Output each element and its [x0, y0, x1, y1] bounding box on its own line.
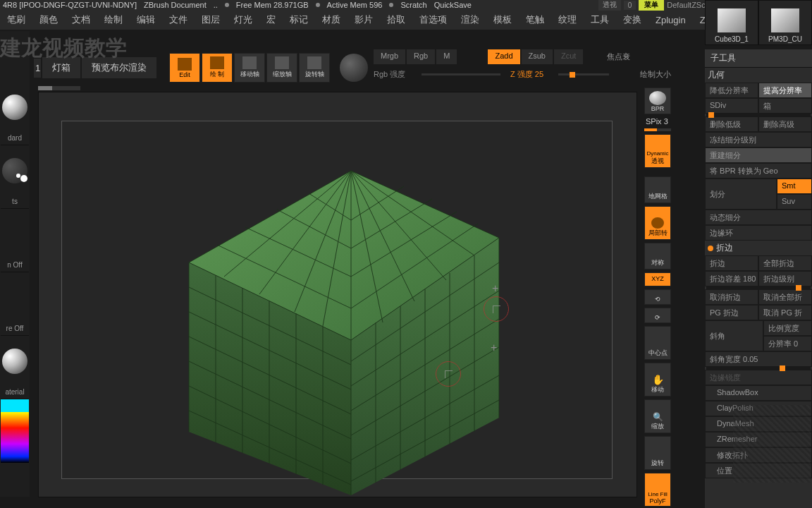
crease-all-button[interactable]: 全部折边 [758, 255, 812, 271]
brush-slot[interactable]: dard [1, 82, 29, 145]
polyframe-button[interactable]: Line FillPolyF [644, 473, 671, 507]
pg-crease-button[interactable]: PG 折边 [705, 305, 758, 320]
bevel-res-slider[interactable]: 分辨率 0 [763, 336, 812, 351]
rot-z-button[interactable]: ⟳ [644, 308, 671, 323]
bevel-bar[interactable] [706, 367, 811, 370]
panel-header[interactable]: 子工具 [705, 49, 812, 68]
spix-label[interactable]: SPix 3 [644, 117, 671, 126]
dynamic-button[interactable]: Dynamic透视 [644, 134, 671, 168]
crease-section[interactable]: 折边 [705, 241, 812, 255]
menu-item[interactable]: 绘制 [99, 11, 128, 29]
move-view-button[interactable]: ✋移动 [644, 363, 671, 397]
dynamic-subdiv-button[interactable]: 动态细分 [705, 210, 812, 225]
higher-res-button[interactable]: 提高分辨率 [758, 83, 812, 98]
z-int-label[interactable]: Z 强度 25 [510, 69, 553, 80]
bpr-button[interactable]: BPR [644, 87, 671, 114]
menu-item[interactable]: 材质 [316, 11, 346, 29]
zsub-button[interactable]: Zsub [522, 49, 553, 64]
menu-item[interactable]: 工具 [585, 11, 615, 29]
rotate-button[interactable]: 旋转轴 [299, 53, 330, 83]
material-slot[interactable]: aterial [1, 336, 29, 399]
color-picker[interactable] [1, 399, 29, 463]
subtool-thumb[interactable]: PM3D_CU [758, 0, 812, 45]
bevel-button[interactable]: 斜角 [705, 320, 763, 351]
divide-button[interactable]: 划分 [705, 179, 777, 210]
rot-y-button[interactable]: ⟲ [644, 289, 671, 305]
left-tray: dard ts n Off re Off aterial [0, 31, 30, 497]
doc-scroll[interactable] [38, 86, 80, 90]
quicksave[interactable]: QuickSave [434, 1, 472, 9]
smt-button[interactable]: Smt [777, 179, 812, 194]
rotate-view-button[interactable]: 旋转 [644, 436, 671, 470]
m-button[interactable]: M [436, 49, 457, 64]
subtool-thumb[interactable]: Cube3D_1 [705, 0, 758, 45]
del-higher-button[interactable]: 删除高级 [758, 116, 812, 132]
menu-item[interactable]: 笔触 [520, 11, 550, 29]
crease-bar[interactable] [706, 286, 811, 289]
menu-item[interactable]: 文档 [66, 11, 96, 29]
menu-item[interactable]: 文件 [164, 11, 193, 29]
menu-item[interactable]: 宏 [261, 11, 281, 29]
shadowbox-button[interactable]: ShadowBox [705, 385, 812, 401]
zoom-view-button[interactable]: 🔍缩放 [644, 399, 671, 433]
move-button[interactable]: 移动轴 [234, 53, 265, 83]
mrgb-button[interactable]: Mrgb [374, 49, 405, 64]
local-button[interactable]: 局部转 [644, 206, 671, 240]
focal-label[interactable]: 焦点衰 [600, 49, 637, 64]
menu-item[interactable]: 标记 [284, 11, 314, 29]
freeze-sdiv-button[interactable]: 冻结细分级别 [705, 132, 812, 147]
canvas[interactable]: + + [38, 92, 637, 497]
crease-button[interactable]: 折边 [705, 255, 758, 271]
draw-size-label[interactable]: 绘制大小 [633, 67, 678, 82]
lower-res-button[interactable]: 降低分辨率 [705, 83, 758, 98]
xyz-button[interactable]: XYZ [644, 272, 671, 286]
pg-uncrease-button[interactable]: 取消 PG 折 [758, 305, 812, 320]
suv-button[interactable]: Suv [777, 194, 812, 210]
edge-sharp-button[interactable]: 边缘锐度 [705, 370, 812, 385]
menu-item[interactable]: Zplugin [650, 12, 691, 28]
zadd-button[interactable]: Zadd [488, 49, 519, 64]
menu-item[interactable]: 模板 [488, 11, 517, 29]
menu-item[interactable]: 拾取 [381, 11, 411, 29]
menu-item[interactable]: 影片 [349, 11, 379, 29]
menu-item[interactable]: 图层 [196, 11, 226, 29]
menu-item[interactable]: 笔刷 [1, 11, 31, 29]
uncrease-button[interactable]: 取消折边 [705, 289, 758, 305]
scale-button[interactable]: 缩放轴 [266, 53, 297, 83]
menu-pill[interactable]: 菜单 [639, 0, 664, 11]
floor-button[interactable]: 地网格 [644, 176, 671, 203]
spix-slider[interactable] [644, 128, 671, 131]
menu-item[interactable]: 纹理 [553, 11, 582, 29]
material-ball[interactable] [340, 54, 368, 82]
reconstruct-button[interactable]: 重建细分 [705, 147, 812, 163]
edgeloop-button[interactable]: 边缘环 [705, 225, 812, 241]
bevel-w-slider[interactable]: 斜角宽度 0.05 [705, 351, 812, 367]
sym-button[interactable]: 对称 [644, 243, 671, 270]
alpha-slot[interactable]: n Off [1, 209, 29, 272]
menu-item[interactable]: 首选项 [414, 11, 453, 29]
sdiv-slider[interactable]: SDiv [705, 98, 758, 114]
cage-button[interactable]: 箱 [758, 98, 812, 114]
uncrease-all-button[interactable]: 取消全部折 [758, 289, 812, 305]
persp-label[interactable]: 透视 [598, 0, 621, 11]
crease-level-slider[interactable]: 折边级别 [758, 271, 812, 286]
subtool-strip: Cube3D_1 PM3D_CU [705, 0, 812, 45]
menu-item[interactable]: 变换 [617, 11, 647, 29]
center-button[interactable]: 中心点 [644, 326, 671, 360]
menu-item[interactable]: 渲染 [455, 11, 485, 29]
del-lower-button[interactable]: 删除低级 [705, 116, 758, 132]
edit-button[interactable]: Edit [169, 53, 200, 83]
bevel-width-slider[interactable]: 比例宽度 [763, 320, 812, 336]
zcut-button[interactable]: Zcut [554, 49, 583, 64]
stroke-slot[interactable]: ts [1, 145, 29, 209]
rgb-button[interactable]: Rgb [407, 49, 435, 64]
crease-tol-slider[interactable]: 折边容差 180 [705, 271, 758, 286]
menu-item[interactable]: 灯光 [228, 11, 258, 29]
menu-item[interactable]: 编辑 [131, 11, 161, 29]
draw-button[interactable]: 绘 制 [202, 53, 233, 83]
sdiv-bar[interactable] [706, 114, 811, 116]
bpr-to-geo-button[interactable]: 将 BPR 转换为 Geo [705, 163, 812, 179]
menu-item[interactable]: 颜色 [34, 11, 63, 29]
geom-section[interactable]: 几何 [705, 68, 812, 83]
texture-slot[interactable]: re Off [1, 272, 29, 336]
